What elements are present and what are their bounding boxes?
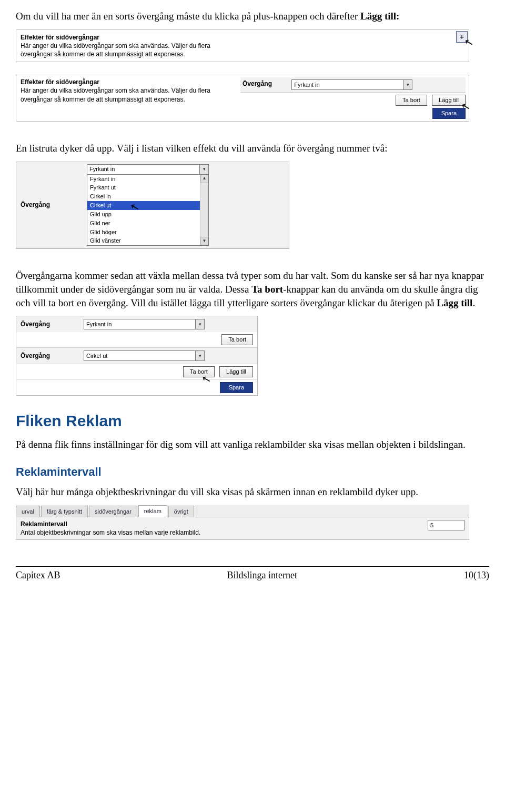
save-button[interactable]: Spara bbox=[432, 108, 466, 119]
field-label-overgang: Övergång bbox=[243, 79, 290, 88]
chevron-down-icon[interactable] bbox=[195, 351, 204, 360]
combo-overgang[interactable]: Fyrkant in bbox=[87, 164, 209, 175]
remove-button-2[interactable]: Ta bort ↖ bbox=[183, 366, 215, 377]
panel-dropdown-open: Övergång Fyrkant in Fyrkant in Fyrkant u… bbox=[16, 162, 289, 249]
combo-overgang-1[interactable]: Fyrkant in bbox=[84, 319, 205, 329]
heading-fliken-reklam: Fliken Reklam bbox=[16, 410, 489, 432]
heading-reklamintervall: Reklamintervall bbox=[16, 464, 489, 480]
scroll-down-icon[interactable]: ▼ bbox=[200, 237, 208, 245]
panel-title: Effekter för sidövergångar bbox=[21, 33, 464, 42]
para-reklam-intro: På denna flik finns inställningar för di… bbox=[16, 438, 489, 452]
list-item[interactable]: Glid ner bbox=[87, 219, 208, 228]
chevron-down-icon[interactable] bbox=[195, 319, 204, 329]
page-footer: Capitex AB Bildslinga internet 10(13) bbox=[16, 566, 489, 582]
list-item-label: Cirkel ut bbox=[90, 202, 111, 208]
para-intro: Om du vill ha mer än en sorts övergång m… bbox=[16, 9, 489, 23]
list-item[interactable]: Glid upp bbox=[87, 210, 208, 219]
add-button[interactable]: Lägg till bbox=[219, 366, 253, 377]
list-item[interactable]: Fyrkant ut bbox=[87, 183, 208, 192]
combo-value: Fyrkant in bbox=[86, 320, 112, 328]
combo-overgang[interactable]: Fyrkant in bbox=[291, 79, 412, 90]
field-label-overgang: Övergång bbox=[21, 320, 84, 328]
footer-right: 10(13) bbox=[464, 569, 489, 582]
add-button-label: Lägg till bbox=[439, 97, 459, 103]
text: Om du vill ha mer än en sorts övergång m… bbox=[16, 11, 360, 22]
panel-desc: Här anger du vilka sidövergångar som ska… bbox=[21, 86, 220, 103]
scroll-up-icon[interactable]: ▲ bbox=[200, 175, 208, 183]
save-button[interactable]: Spara bbox=[220, 382, 253, 393]
panel-desc: Här anger du vilka sidövergångar som ska… bbox=[21, 42, 220, 58]
remove-button-label: Ta bort bbox=[190, 368, 208, 375]
plus-icon: + bbox=[460, 32, 464, 42]
remove-button[interactable]: Ta bort bbox=[396, 95, 427, 106]
field-label-overgang: Övergång bbox=[21, 352, 84, 360]
setting-title: Reklamintervall bbox=[21, 520, 386, 528]
text: . bbox=[472, 297, 475, 308]
plus-button[interactable]: + ↖ bbox=[456, 31, 468, 43]
tab-sidovergangar[interactable]: sidövergångar bbox=[89, 506, 137, 517]
panel-effekter-expanded: Effekter för sidövergångar Här anger du … bbox=[16, 75, 469, 122]
tab-urval[interactable]: urval bbox=[16, 506, 40, 517]
tab-reklam[interactable]: reklam bbox=[138, 505, 167, 517]
tab-bar: urval färg & typsnitt sidövergångar rekl… bbox=[16, 505, 469, 517]
remove-button-1[interactable]: Ta bort bbox=[221, 334, 253, 345]
para-transitions-explain: Övergångarna kommer sedan att växla mell… bbox=[16, 269, 489, 309]
add-button[interactable]: Lägg till ↖ bbox=[432, 95, 466, 106]
input-value: 5 bbox=[430, 522, 433, 529]
chevron-down-icon[interactable] bbox=[403, 80, 412, 89]
footer-center: Bildslinga internet bbox=[227, 569, 297, 582]
list-item-selected[interactable]: Cirkel ut ↖ bbox=[87, 201, 208, 210]
settings-reklamintervall: Reklamintervall Antal objektbeskrivninga… bbox=[16, 517, 469, 540]
list-item[interactable]: Glid vänster bbox=[87, 236, 208, 245]
panel-two-transitions: Övergång Fyrkant in Ta bort Övergång Cir… bbox=[16, 316, 258, 396]
list-item[interactable]: Fyrkant in bbox=[87, 175, 208, 184]
combo-value: Fyrkant in bbox=[294, 81, 319, 89]
combo-value: Cirkel ut bbox=[86, 352, 107, 360]
list-item[interactable]: Cirkel in bbox=[87, 192, 208, 201]
field-label-overgang: Övergång bbox=[21, 201, 84, 209]
bold-tabort: Ta bort bbox=[251, 284, 283, 295]
scrollbar[interactable]: ▲ ▼ bbox=[200, 175, 208, 246]
reklamintervall-input[interactable]: 5 bbox=[428, 520, 464, 530]
tab-ovrigt[interactable]: övrigt bbox=[168, 506, 194, 517]
bold-laggtill: Lägg till bbox=[437, 297, 472, 308]
panel-effekter-collapsed: Effekter för sidövergångar Här anger du … bbox=[16, 29, 469, 63]
list-item[interactable]: Glid höger bbox=[87, 228, 208, 237]
chevron-down-icon[interactable] bbox=[199, 165, 208, 174]
combo-value: Fyrkant in bbox=[89, 165, 115, 173]
para-reklamintervall: Välj här hur många objektbeskrivningar d… bbox=[16, 485, 489, 499]
setting-desc: Antal objektbeskrivningar som ska visas … bbox=[21, 528, 220, 537]
tab-farg-typsnitt[interactable]: färg & typsnitt bbox=[41, 506, 88, 517]
dropdown-list[interactable]: Fyrkant in Fyrkant ut Cirkel in Cirkel u… bbox=[87, 175, 209, 246]
para-listruta: En listruta dyker då upp. Välj i listan … bbox=[16, 142, 489, 155]
bold-label: Lägg till: bbox=[360, 11, 399, 22]
panel-title: Effekter för sidövergångar bbox=[21, 78, 233, 86]
combo-overgang-2[interactable]: Cirkel ut bbox=[84, 350, 205, 361]
footer-left: Capitex AB bbox=[16, 569, 60, 582]
